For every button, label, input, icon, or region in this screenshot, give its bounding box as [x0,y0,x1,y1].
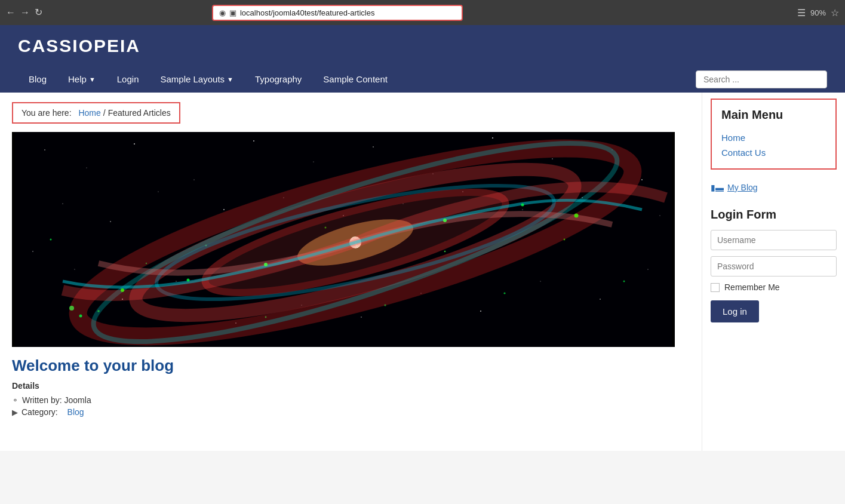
login-button[interactable]: Log in [711,300,759,322]
document-icon: ▣ [229,8,236,17]
svg-point-55 [443,219,447,222]
folder-icon: ▶ [12,408,18,417]
svg-point-44 [503,292,505,294]
person-icon: ⚬ [12,396,19,405]
article-title[interactable]: Welcome to your blog [12,357,690,375]
svg-point-62 [79,315,82,318]
main-menu-title: Main Menu [721,108,826,122]
category-link[interactable]: Blog [67,407,84,417]
nav-buttons: ← → ↻ [6,8,42,17]
forward-button[interactable]: → [20,8,30,17]
svg-point-6 [314,162,314,162]
main-content: You are here: Home / Featured Articles [0,93,702,451]
sample-layouts-dropdown-arrow: ▼ [227,76,233,83]
main-nav: Blog Help ▼ Login Sample Layouts ▼ Typog… [18,66,827,93]
remember-me-checkbox[interactable] [711,283,720,292]
nav-help[interactable]: Help ▼ [57,66,106,93]
svg-point-24 [32,251,33,251]
breadcrumb-prefix: You are here: [21,108,72,118]
svg-point-59 [574,214,579,218]
svg-point-60 [121,288,124,292]
svg-point-4 [193,179,194,180]
back-button[interactable]: ← [6,8,16,17]
svg-point-3 [134,143,135,145]
svg-point-10 [552,158,552,159]
svg-point-61 [69,306,74,311]
svg-point-36 [50,239,52,241]
article-meta-label: Details [12,381,690,391]
nav-sample-content[interactable]: Sample Content [312,66,398,93]
galaxy-svg [12,132,675,347]
svg-point-27 [176,281,176,281]
browser-chrome: ← → ↻ ◉ ▣ localhost/joomla40test/feature… [0,0,845,25]
breadcrumb: You are here: Home / Featured Articles [12,102,180,124]
svg-point-57 [264,263,268,266]
svg-point-14 [110,221,111,222]
main-menu-home[interactable]: Home [721,130,826,145]
article-author: ⚬ Written by: Joomla [12,395,690,405]
browser-menu-icon[interactable]: ☰ [797,7,806,19]
svg-point-13 [62,203,63,204]
login-form-title: Login Form [711,208,837,222]
sidebar: Main Menu Home Contact Us ▮▬ My Blog Log… [702,93,845,451]
svg-point-5 [253,140,254,142]
svg-point-1 [44,149,45,150]
site-title: CASSIOPEIA [18,36,827,56]
breadcrumb-home[interactable]: Home [78,108,100,118]
svg-point-12 [641,179,643,180]
svg-point-25 [75,269,75,270]
svg-point-46 [623,281,625,282]
svg-point-58 [187,279,190,282]
author-text: Written by: Joomla [22,395,91,405]
my-blog-widget: ▮▬ My Blog [711,179,837,196]
nav-blog[interactable]: Blog [18,66,57,93]
breadcrumb-current: Featured Articles [108,108,171,118]
zoom-level: 90% [810,8,826,17]
svg-point-15 [158,192,159,192]
bookmark-icon[interactable]: ☆ [831,7,839,19]
breadcrumb-separator: / [103,108,106,118]
url-text: localhost/joomla40test/featured-articles [240,8,374,17]
svg-point-30 [361,316,361,317]
article-category: ▶ Category: Blog [12,407,690,417]
address-bar[interactable]: ◉ ▣ localhost/joomla40test/featured-arti… [212,5,463,21]
remember-me-row: Remember Me [711,282,837,292]
svg-point-9 [492,137,493,139]
svg-point-2 [87,168,87,168]
rss-icon: ▮▬ [711,183,724,192]
nav-sample-layouts[interactable]: Sample Layouts ▼ [149,66,244,93]
my-blog-label: My Blog [727,183,758,192]
login-form-widget: Login Form Remember Me Log in [711,208,837,322]
remember-me-label: Remember Me [724,282,780,292]
site-header: CASSIOPEIA Blog Help ▼ Login Sample Layo… [0,25,845,93]
browser-right-controls: ☰ 90% ☆ [797,7,839,19]
username-input[interactable] [711,230,837,250]
galaxy-image [12,132,675,347]
svg-point-43 [444,251,446,253]
help-dropdown-arrow: ▼ [89,76,96,83]
svg-point-34 [600,299,601,300]
shield-icon: ◉ [219,8,226,17]
main-menu-widget: Main Menu Home Contact Us [711,99,837,170]
page-body: You are here: Home / Featured Articles [0,93,845,451]
svg-point-7 [373,146,374,147]
svg-point-16 [223,209,225,210]
nav-login[interactable]: Login [106,66,150,93]
my-blog-link[interactable]: ▮▬ My Blog [711,179,837,196]
refresh-button[interactable]: ↻ [35,8,42,17]
category-prefix: Category: [21,407,58,417]
svg-point-21 [522,209,523,210]
search-input[interactable] [696,70,827,88]
password-input[interactable] [711,256,837,276]
svg-point-23 [660,216,660,216]
nav-typography[interactable]: Typography [244,66,312,93]
svg-point-56 [521,204,524,207]
svg-point-32 [480,311,481,312]
main-menu-contact[interactable]: Contact Us [721,145,826,160]
svg-point-35 [647,269,648,269]
svg-point-33 [540,281,541,282]
